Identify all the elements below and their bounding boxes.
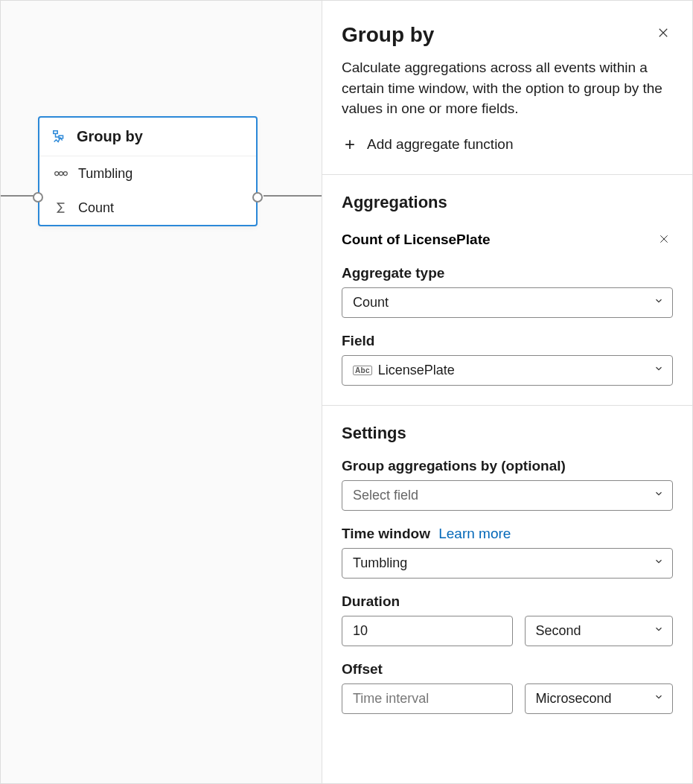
node-row-window[interactable]: Tumbling (39, 156, 256, 191)
add-aggregate-label: Add aggregate function (367, 136, 514, 153)
group-by-value: Select field (353, 488, 418, 503)
offset-unit-select[interactable]: Microsecond (525, 683, 674, 714)
aggregate-field-value: LicensePlate (378, 363, 455, 378)
time-window-label-text: Time window (342, 526, 430, 541)
aggregate-type-label: Aggregate type (342, 265, 673, 281)
duration-label: Duration (342, 593, 673, 610)
node-row-window-label: Tumbling (78, 166, 132, 182)
duration-unit-value: Second (536, 623, 581, 639)
divider (322, 405, 692, 406)
svg-point-2 (55, 172, 59, 176)
time-window-label: Time window Learn more (342, 526, 673, 542)
time-window-value: Tumbling (353, 555, 407, 571)
aggregate-field-label: Field (342, 333, 673, 349)
group-by-label: Group aggregations by (optional) (342, 458, 673, 474)
groupby-node[interactable]: Group by Tumbling Count (38, 116, 258, 226)
svg-point-3 (60, 172, 63, 176)
settings-heading: Settings (342, 424, 673, 443)
node-row-aggregate-label: Count (78, 200, 114, 216)
offset-label: Offset (342, 661, 673, 678)
close-icon (657, 26, 670, 39)
sigma-icon (53, 200, 69, 216)
offset-unit-value: Microsecond (536, 691, 612, 707)
remove-aggregation-button[interactable] (655, 230, 673, 250)
time-window-select[interactable]: Tumbling (342, 548, 673, 579)
node-port-output[interactable] (252, 192, 263, 203)
node-port-input[interactable] (33, 192, 43, 203)
learn-more-link[interactable]: Learn more (438, 526, 511, 541)
add-aggregate-button[interactable]: + Add aggregate function (342, 134, 673, 155)
panel-title: Group by (342, 23, 434, 47)
aggregate-field-select[interactable]: Abc LicensePlate (342, 355, 673, 386)
node-header[interactable]: Group by (39, 118, 256, 156)
svg-point-4 (63, 172, 67, 176)
aggregation-name: Count of LicensePlate (342, 232, 491, 248)
close-panel-button[interactable] (654, 23, 673, 45)
aggregate-type-value: Count (353, 295, 389, 310)
plus-icon: + (342, 134, 358, 155)
groupby-icon (51, 129, 68, 145)
canvas[interactable]: Group by Tumbling Count (1, 1, 322, 783)
node-row-aggregate[interactable]: Count (39, 191, 256, 225)
duration-unit-select[interactable]: Second (525, 616, 674, 646)
aggregations-heading: Aggregations (342, 193, 673, 212)
duration-input[interactable] (342, 616, 513, 646)
svg-rect-0 (54, 130, 58, 133)
close-icon (658, 233, 670, 245)
panel-description: Calculate aggregations across all events… (342, 57, 673, 119)
properties-panel: Group by Calculate aggregations across a… (322, 1, 692, 783)
edge-right (264, 195, 322, 197)
string-type-icon: Abc (353, 366, 372, 375)
divider (322, 174, 692, 175)
tumbling-window-icon (53, 165, 69, 182)
aggregate-type-select[interactable]: Count (342, 287, 673, 318)
group-by-select[interactable]: Select field (342, 480, 673, 511)
offset-input[interactable] (342, 683, 513, 714)
node-title: Group by (77, 128, 143, 145)
